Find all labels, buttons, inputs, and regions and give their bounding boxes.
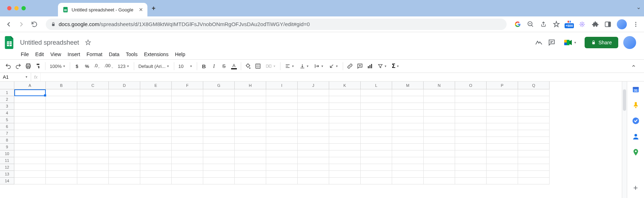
cell[interactable] [455, 178, 487, 184]
cell[interactable] [266, 110, 298, 117]
cell[interactable] [266, 130, 298, 137]
cell[interactable] [329, 164, 361, 171]
cell[interactable] [329, 171, 361, 178]
cell[interactable] [298, 117, 329, 123]
cell[interactable] [329, 144, 361, 150]
cell[interactable] [46, 130, 77, 137]
cell[interactable] [424, 117, 455, 123]
cell[interactable] [235, 123, 266, 130]
cell[interactable] [329, 178, 361, 184]
cell[interactable] [487, 144, 518, 150]
lens-extension[interactable]: +500 [565, 20, 573, 28]
cell[interactable] [298, 103, 329, 110]
filter-dropdown[interactable]: ▼ [375, 63, 389, 69]
menu-data[interactable]: Data [106, 50, 122, 58]
cell[interactable] [424, 150, 455, 157]
cell[interactable] [455, 103, 487, 110]
column-header[interactable]: L [361, 81, 392, 89]
cell[interactable] [109, 178, 140, 184]
reload-button[interactable] [30, 20, 39, 29]
cell[interactable] [203, 137, 235, 144]
cell[interactable] [392, 164, 424, 171]
formula-input[interactable] [41, 73, 644, 81]
close-window-button[interactable] [7, 6, 11, 10]
cell[interactable] [172, 171, 203, 178]
cell[interactable] [77, 164, 109, 171]
cell[interactable] [77, 89, 109, 96]
cell[interactable] [172, 157, 203, 164]
back-button[interactable] [4, 20, 13, 29]
menu-edit[interactable]: Edit [33, 50, 47, 58]
cell[interactable] [518, 150, 550, 157]
cell[interactable] [361, 171, 392, 178]
cell[interactable] [77, 171, 109, 178]
cell[interactable] [455, 110, 487, 117]
cell[interactable] [77, 117, 109, 123]
cell[interactable] [298, 178, 329, 184]
cell[interactable] [266, 103, 298, 110]
cell[interactable] [14, 144, 46, 150]
cell[interactable] [14, 137, 46, 144]
cell[interactable] [298, 171, 329, 178]
cell[interactable] [392, 96, 424, 103]
cell[interactable] [203, 89, 235, 96]
document-title[interactable]: Untitled spreadsheet [18, 38, 81, 47]
cell[interactable] [455, 137, 487, 144]
link-button[interactable] [345, 61, 355, 71]
strikethrough-button[interactable]: S [219, 61, 229, 71]
cell[interactable] [14, 178, 46, 184]
new-tab-button[interactable]: + [152, 5, 156, 12]
browser-tab[interactable]: Untitled spreadsheet - Google ✕ [58, 3, 147, 16]
cell[interactable] [109, 157, 140, 164]
fill-color-button[interactable] [243, 61, 253, 71]
comment-button[interactable] [355, 61, 365, 71]
row-header[interactable]: 2 [0, 96, 14, 103]
cell[interactable] [455, 144, 487, 150]
cell[interactable] [14, 130, 46, 137]
column-header[interactable]: N [424, 81, 455, 89]
cell[interactable] [235, 171, 266, 178]
cell[interactable] [235, 89, 266, 96]
scroll-thumb[interactable] [623, 89, 626, 111]
bookmark-icon[interactable] [552, 20, 560, 28]
cell[interactable] [298, 96, 329, 103]
chart-button[interactable] [365, 61, 375, 71]
menu-file[interactable]: File [18, 50, 32, 58]
side-panel-icon[interactable] [604, 20, 612, 28]
cell[interactable] [424, 96, 455, 103]
cell[interactable] [172, 164, 203, 171]
claude-extension-icon[interactable] [578, 20, 586, 28]
increase-decimal-button[interactable]: .00→ [103, 61, 115, 71]
cell[interactable] [518, 103, 550, 110]
cell[interactable] [203, 117, 235, 123]
cell[interactable] [487, 164, 518, 171]
menu-insert[interactable]: Insert [65, 50, 83, 58]
sheets-logo-icon[interactable] [4, 36, 14, 49]
cell[interactable] [14, 103, 46, 110]
cell[interactable] [329, 137, 361, 144]
cell[interactable] [329, 130, 361, 137]
cell[interactable] [140, 171, 172, 178]
cell[interactable] [109, 110, 140, 117]
cell[interactable] [140, 137, 172, 144]
keep-icon[interactable] [631, 101, 640, 109]
cell[interactable] [77, 150, 109, 157]
calendar-icon[interactable]: 31 [631, 85, 640, 94]
cell[interactable] [361, 123, 392, 130]
column-header[interactable]: B [46, 81, 77, 89]
cell[interactable] [329, 103, 361, 110]
cell[interactable] [392, 137, 424, 144]
undo-button[interactable] [4, 61, 13, 71]
cell[interactable] [329, 117, 361, 123]
cell[interactable] [266, 150, 298, 157]
cell[interactable] [109, 137, 140, 144]
account-avatar[interactable] [623, 36, 636, 49]
row-header[interactable]: 9 [0, 144, 14, 150]
cell[interactable] [140, 123, 172, 130]
cell[interactable] [518, 137, 550, 144]
maximize-window-button[interactable] [21, 6, 26, 10]
cell[interactable] [203, 130, 235, 137]
cell[interactable] [455, 117, 487, 123]
cell[interactable] [46, 89, 77, 96]
zoom-dropdown[interactable]: 100%▼ [48, 64, 68, 69]
